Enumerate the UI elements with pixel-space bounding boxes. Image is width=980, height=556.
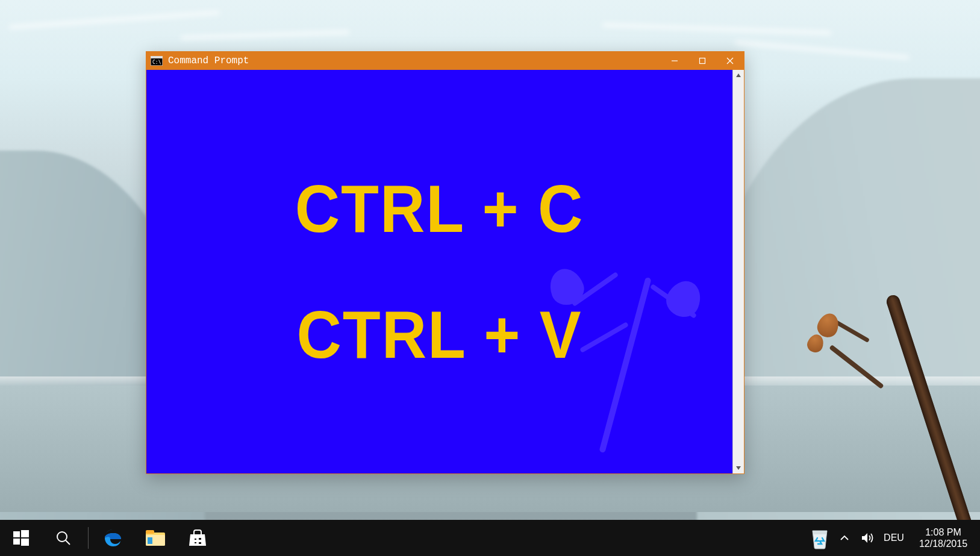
scroll-down-button[interactable]	[733, 463, 744, 473]
start-button[interactable]	[0, 520, 42, 556]
recycle-bin-icon	[810, 526, 830, 550]
overlay-text-line1: CTRL + C	[295, 170, 584, 248]
svg-rect-4	[700, 58, 705, 64]
recycle-bin-button[interactable]	[808, 520, 832, 556]
window-titlebar[interactable]: C:\ Command Prompt	[146, 52, 744, 70]
search-button[interactable]	[42, 520, 84, 556]
taskbar-app-file-explorer[interactable]	[134, 520, 176, 556]
taskbar-app-windows-store[interactable]	[176, 520, 219, 556]
wallpaper-decoration	[181, 30, 349, 40]
minimize-button[interactable]	[661, 52, 688, 70]
svg-marker-7	[736, 73, 741, 77]
svg-rect-10	[21, 530, 29, 537]
language-indicator[interactable]: DEU	[880, 533, 908, 543]
edge-icon	[103, 528, 123, 548]
scroll-up-button[interactable]	[733, 70, 744, 81]
volume-button[interactable]	[857, 520, 878, 556]
command-prompt-window[interactable]: C:\ Command Prompt CTRL + C CTRL + V	[146, 51, 744, 474]
maximize-button[interactable]	[688, 52, 716, 70]
svg-marker-8	[736, 466, 741, 470]
wallpaper-decoration	[735, 40, 909, 59]
windows-logo-icon	[13, 530, 29, 546]
store-icon	[188, 528, 207, 548]
desktop: C:\ Command Prompt CTRL + C CTRL + V	[0, 0, 980, 556]
svg-rect-12	[21, 539, 29, 546]
clock-time: 1:08 PM	[910, 526, 976, 538]
system-tray: DEU 1:08 PM 12/18/2015	[808, 520, 980, 556]
svg-rect-16	[146, 530, 154, 534]
svg-text:C:\: C:\	[152, 60, 161, 65]
svg-rect-19	[194, 538, 197, 540]
clock-date: 12/18/2015	[910, 538, 976, 549]
svg-line-14	[66, 540, 70, 545]
svg-rect-1	[151, 56, 163, 58]
svg-rect-22	[198, 542, 202, 545]
svg-rect-21	[194, 542, 197, 544]
svg-rect-18	[148, 537, 152, 544]
console-area[interactable]: CTRL + C CTRL + V	[146, 70, 732, 473]
svg-rect-20	[198, 537, 202, 540]
clock-button[interactable]: 1:08 PM 12/18/2015	[910, 526, 976, 549]
svg-point-13	[57, 532, 67, 542]
svg-rect-11	[13, 539, 20, 545]
tray-overflow-button[interactable]	[834, 520, 855, 556]
wallpaper-decoration	[9, 11, 220, 29]
volume-icon	[860, 531, 875, 545]
wallpaper-decoration	[602, 23, 831, 34]
window-body: CTRL + C CTRL + V	[146, 70, 744, 473]
chevron-up-icon	[840, 533, 849, 543]
vertical-scrollbar[interactable]	[732, 70, 744, 473]
close-button[interactable]	[716, 52, 744, 70]
search-icon	[55, 530, 71, 546]
window-title: Command Prompt	[168, 55, 249, 66]
svg-rect-9	[13, 531, 20, 537]
command-prompt-icon: C:\	[150, 55, 163, 66]
overlay-text-line2: CTRL + V	[297, 296, 582, 373]
taskbar-divider	[88, 527, 89, 549]
taskbar-app-edge[interactable]	[92, 520, 134, 556]
taskbar: DEU 1:08 PM 12/18/2015	[0, 520, 980, 556]
file-explorer-icon	[145, 529, 166, 547]
